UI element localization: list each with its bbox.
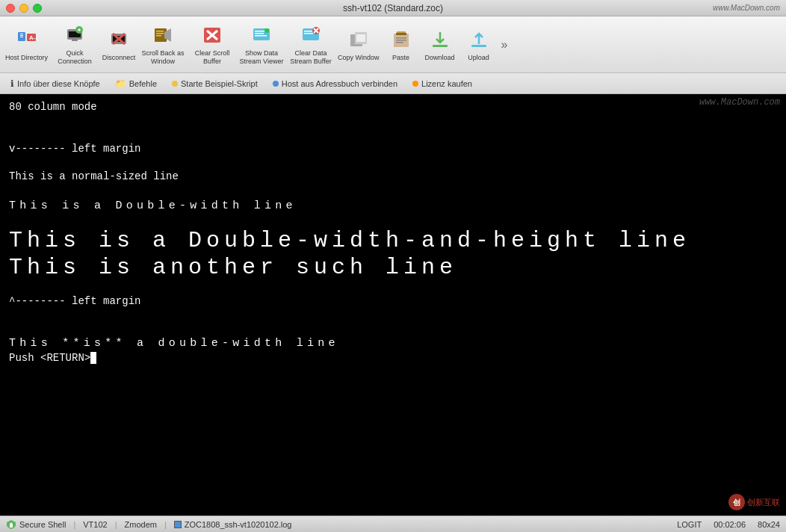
copy-window-button[interactable]: Copy Window [335,25,382,65]
minimize-button[interactable] [19,4,28,13]
svg-rect-28 [304,33,313,34]
svg-rect-17 [156,35,161,37]
upload-label: Upload [468,54,489,62]
maximize-button[interactable] [33,4,42,13]
clear-scroll-button[interactable]: Clear Scroll Buffer [188,20,237,69]
bookmark-befehle-label: Befehle [129,79,157,88]
protocol-label: VT102 [83,520,107,529]
svg-rect-34 [356,34,365,42]
close-button[interactable] [6,4,15,13]
svg-rect-8 [72,40,78,41]
chuangxin-logo: 创 创新互联 [728,493,780,511]
quick-connection-button[interactable]: Quick Connection [50,20,99,69]
svg-rect-22 [255,31,265,32]
term-spacer-4 [9,185,777,198]
download-label: Download [425,54,455,62]
svg-rect-38 [396,37,406,39]
term-line-margin2: ^-------- left margin [9,294,777,309]
paste-label: Paste [392,54,409,62]
bookmark-info[interactable]: ℹ Info über diese Knöpfe [4,77,106,90]
term-line-double-height1: This is a Double-width-and-height line [9,227,777,254]
folder-icon: 📁 [115,78,126,89]
cursor [90,352,96,364]
term-spacer-8 [9,322,777,335]
bookmark-host-connect[interactable]: Host aus Adressbuch verbinden [267,78,403,90]
download-button[interactable]: Download [421,25,459,65]
secure-shell-label: Secure Shell [19,520,66,529]
starte-dot [172,81,178,87]
info-icon: ℹ [10,78,14,89]
status-secure-shell: Secure Shell [6,519,66,530]
host-directory-button[interactable]: A-Z Host Directory [3,25,50,65]
status-protocol: VT102 [83,520,107,529]
host-connect-dot [273,81,279,87]
paste-button[interactable]: Paste [382,25,421,65]
clear-data-stream-button[interactable]: Clear Data Stream Buffer [286,20,335,69]
show-data-stream-icon [250,23,273,47]
term-spacer-2 [9,129,777,142]
bookmark-lizenz[interactable]: Lizenz kaufen [406,78,478,90]
svg-point-25 [264,28,269,33]
macdown-logo: www.MacDown.com [713,4,780,12]
window-title: ssh-vt102 (Standard.zoc) [343,3,443,13]
bookmark-lizenz-label: Lizenz kaufen [421,79,472,88]
upload-icon [467,28,491,52]
logit-label: LOGIT [677,520,702,529]
clear-scroll-label: Clear Scroll Buffer [190,49,235,66]
host-directory-icon: A-Z [15,28,39,52]
clear-data-stream-label: Clear Data Stream Buffer [288,49,333,66]
shield-icon [6,519,16,530]
window-controls [6,4,42,13]
term-spacer-1 [9,115,777,129]
show-data-stream-button[interactable]: Show Data Stream Viewer [237,20,286,69]
svg-rect-23 [255,33,264,34]
log-checkbox[interactable] [174,521,182,528]
svg-rect-15 [156,31,164,32]
terminal-area[interactable]: www.MacDown.com 80 column mode v--------… [0,94,786,516]
paste-icon [389,28,413,52]
bookmark-host-connect-label: Host aus Adressbuch verbinden [282,79,397,88]
toolbar-more[interactable]: » [498,35,511,55]
toolbar: A-Z Host Directory Quick Connection [0,16,786,73]
svg-point-46 [10,522,13,525]
term-line-double-height2: This is another such line [9,254,777,281]
disconnect-button[interactable]: Disconnect [99,25,138,65]
scroll-back-icon [151,23,175,47]
bookmark-starte[interactable]: Starte Beispiel-Skript [166,78,264,90]
svg-rect-24 [255,35,267,37]
show-data-stream-label: Show Data Stream Viewer [239,49,284,66]
disconnect-icon [107,28,131,52]
svg-rect-39 [396,40,406,41]
term-spacer-5 [9,214,777,227]
bookmark-befehle[interactable]: 📁 Befehle [109,77,163,90]
time-label: 00:02:06 [714,520,746,529]
term-line-normal: This is a normal-sized line [9,170,777,185]
term-spacer-7 [9,309,777,322]
quick-connection-icon [63,23,87,47]
status-bar: Secure Shell | VT102 | Zmodem | ZOC1808_… [0,516,786,532]
disconnect-label: Disconnect [102,54,136,62]
svg-rect-41 [433,45,448,47]
log-filename: ZOC1808_ssh-vt1020102.log [185,520,292,529]
term-line-push: Push <RETURN> [9,351,777,366]
svg-rect-42 [471,45,486,47]
svg-text:A-Z: A-Z [29,34,37,41]
clear-data-stream-icon [299,23,323,47]
term-line-margin1: v-------- left margin [9,142,777,157]
upload-button[interactable]: Upload [459,25,498,65]
dimensions-label: 80x24 [758,520,780,529]
quick-connection-label: Quick Connection [52,49,97,66]
copy-window-label: Copy Window [338,54,380,62]
term-line-1: 80 column mode [9,100,777,115]
scroll-back-button[interactable]: Scroll Back as Window [138,20,188,69]
term-spacer-6 [9,281,777,294]
svg-rect-2 [20,35,23,36]
svg-rect-37 [396,33,406,35]
clear-scroll-icon [200,23,224,47]
status-right: LOGIT 00:02:06 80x24 [677,520,780,529]
title-bar: ssh-vt102 (Standard.zoc) www.MacDown.com [0,0,786,16]
chuangxin-text: 创新互联 [747,497,780,508]
copy-window-icon [347,28,371,52]
status-log: ZOC1808_ssh-vt1020102.log [174,520,292,529]
svg-rect-3 [20,37,23,37]
